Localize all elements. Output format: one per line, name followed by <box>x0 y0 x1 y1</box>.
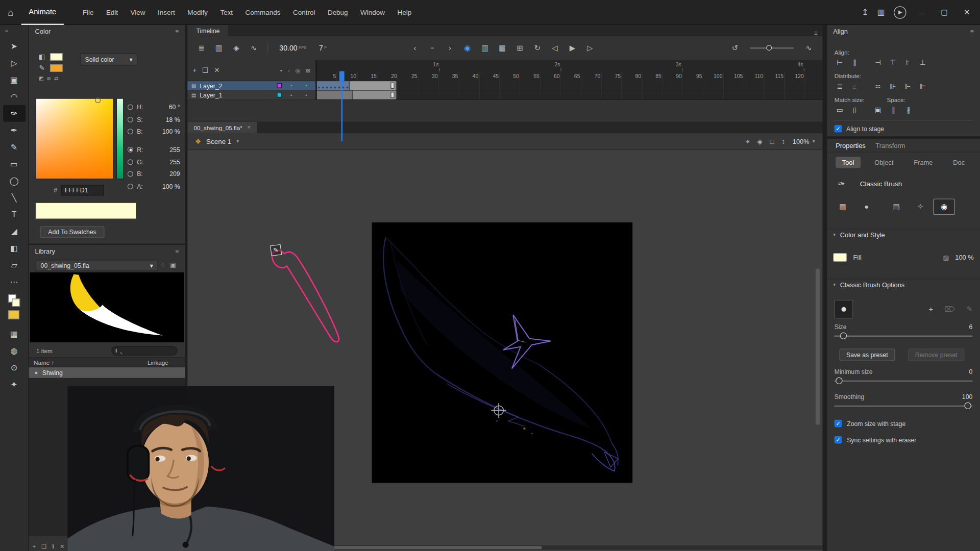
properties-subtab[interactable]: Tool <box>836 157 860 168</box>
timeline-zoom-slider[interactable] <box>750 47 794 48</box>
object-drawing-icon[interactable]: ● <box>855 198 877 215</box>
menu-item[interactable]: Commands <box>239 0 286 24</box>
asset-warp-tool[interactable]: ▦ <box>3 325 26 342</box>
smoothing-slider-thumb[interactable] <box>964 403 971 409</box>
keyframe-block[interactable] <box>317 91 353 99</box>
dot-column-icon[interactable]: • <box>280 67 282 73</box>
home-icon[interactable]: ⌂ <box>0 7 21 17</box>
stage-scrollbar-thumb[interactable] <box>315 546 542 549</box>
minimize-button[interactable]: — <box>915 8 929 16</box>
pin-icon[interactable]: ◌ <box>161 261 165 268</box>
graph-editor-icon[interactable]: ∿ <box>246 41 261 55</box>
brush-library-icon[interactable]: ▤ <box>886 198 908 215</box>
rotate-view-icon[interactable]: ◈ <box>757 138 762 144</box>
show-hide-column-icon[interactable]: ◎ <box>296 67 301 73</box>
zoom-size-checkbox-row[interactable]: ✓ Zoom size with stage <box>835 420 906 428</box>
properties-tab[interactable]: Transform <box>875 141 905 149</box>
frame-ruler[interactable]: 5101520253035404550556065707580859095100… <box>317 71 824 82</box>
test-movie-icon[interactable]: ▶ <box>894 6 906 18</box>
checkbox-checked-icon[interactable]: ✓ <box>835 420 842 428</box>
align-center-h-icon[interactable]: ∥ <box>848 58 862 68</box>
oval-tool[interactable]: ◯ <box>3 172 26 189</box>
radio-icon[interactable] <box>128 129 133 135</box>
fluid-brush-tool[interactable]: ◍ <box>3 342 26 359</box>
brush-options-section-header[interactable]: ▾ Classic Brush Options <box>827 279 980 290</box>
column-linkage[interactable]: Linkage <box>148 359 168 365</box>
frame-value[interactable]: 7 <box>319 44 323 52</box>
color-style-section-header[interactable]: ▾ Color and Style <box>827 229 980 240</box>
layer-name-cell[interactable]: ▤ Layer_1 • • <box>187 91 315 100</box>
dist-right-icon[interactable]: ⊫ <box>916 81 929 92</box>
new-symbol-icon[interactable]: + <box>33 543 36 549</box>
color-slider-row[interactable]: B: 209 <box>128 168 180 180</box>
step-back-icon[interactable]: ‹ <box>407 41 423 55</box>
layer-color-chip[interactable] <box>277 83 282 88</box>
slider-value[interactable]: 255 <box>169 146 180 153</box>
frame-span[interactable] <box>350 81 397 90</box>
dist-top-icon[interactable]: ≣ <box>833 81 846 92</box>
color-slider-row[interactable]: H: 60 ° <box>128 101 180 113</box>
align-left-icon[interactable]: ⊢ <box>833 58 846 68</box>
minimum-size-value[interactable]: 0 <box>969 368 972 375</box>
layer-frames-track[interactable] <box>315 81 822 90</box>
size-slider-thumb[interactable] <box>840 332 847 339</box>
more-tools[interactable]: ⋯ <box>3 273 26 290</box>
library-search-input[interactable] <box>119 347 192 354</box>
layer-row[interactable]: ▤ Layer_1 • • <box>187 91 822 100</box>
line-tool[interactable]: ╲ <box>3 189 26 206</box>
layer-panel-icon[interactable]: ≣ <box>194 41 209 55</box>
new-library-panel-icon[interactable]: ▣ <box>170 261 176 268</box>
saturation-brightness-picker[interactable] <box>36 98 114 179</box>
radio-icon[interactable] <box>128 171 133 177</box>
brush-mode-icon[interactable]: ▦ <box>832 198 854 215</box>
zoom-slider-knob[interactable] <box>766 45 772 51</box>
edit-multiple-frames-icon[interactable]: ⊞ <box>512 41 528 55</box>
color-slider-row[interactable]: A: 100 % <box>128 180 180 192</box>
match-both-icon[interactable]: ▣ <box>871 105 885 116</box>
add-preset-icon[interactable]: + <box>929 305 934 314</box>
slider-value[interactable]: 100 % <box>162 129 180 135</box>
new-layer-icon[interactable]: + <box>192 67 197 73</box>
reset-zoom-icon[interactable]: ↺ <box>727 41 742 55</box>
panel-menu-icon[interactable]: ≡ <box>175 248 179 255</box>
menu-item[interactable]: Control <box>287 0 322 24</box>
pressure-icon[interactable]: ✧ <box>910 198 932 215</box>
size-slider[interactable] <box>835 332 973 340</box>
checkbox-checked-icon[interactable]: ✓ <box>835 436 842 444</box>
menu-item[interactable]: Debug <box>322 0 354 24</box>
layer-color-chip[interactable] <box>277 92 282 97</box>
document-tab[interactable]: 00_shwing_05.fla* × <box>187 122 257 133</box>
library-document-dropdown[interactable]: 00_shwing_05.fla ▾ <box>36 260 158 271</box>
color-slider-row[interactable]: R: 255 <box>128 143 180 156</box>
item-properties-icon[interactable]: ℹ <box>52 543 54 549</box>
radio-icon[interactable] <box>128 184 133 189</box>
align-middle-icon[interactable]: ⊧ <box>901 58 915 68</box>
paint-bucket-tool[interactable]: ◧ <box>3 240 26 257</box>
fill-alpha-value[interactable]: 100 % <box>955 254 973 261</box>
checkbox-checked-icon[interactable]: ✓ <box>835 125 842 133</box>
text-tool[interactable]: T <box>3 206 26 223</box>
subselection-tool[interactable]: ▷ <box>3 55 26 71</box>
menu-item[interactable]: View <box>124 0 151 24</box>
step-forward-icon[interactable]: › <box>442 41 458 55</box>
fill-color-swatch[interactable] <box>833 253 847 262</box>
slider-value[interactable]: 60 ° <box>169 104 180 111</box>
layer-frames-track[interactable] <box>315 91 822 100</box>
resize-view-icon[interactable]: ∿ <box>801 41 816 55</box>
center-playhead-icon[interactable]: ↻ <box>529 41 546 55</box>
panel-menu-icon[interactable]: ≡ <box>970 28 974 34</box>
layer-name[interactable]: Layer_2 <box>200 82 222 89</box>
maximize-button[interactable]: ▢ <box>938 8 951 16</box>
paint-bucket-icon[interactable]: ◧ <box>37 53 46 61</box>
stroke-color-well[interactable] <box>50 64 62 72</box>
wand-tool[interactable]: ✦ <box>3 376 26 393</box>
timeline-tab[interactable]: Timeline <box>187 25 228 36</box>
layer-visibility-dot[interactable]: • <box>286 92 297 98</box>
radio-icon[interactable] <box>128 105 133 110</box>
fill-swatch-outline[interactable] <box>12 298 20 307</box>
outline-column-icon[interactable]: ▫ <box>288 67 290 73</box>
scene-icon[interactable]: ❖ <box>195 137 201 145</box>
close-tab-icon[interactable]: × <box>247 124 250 131</box>
canvas[interactable] <box>372 222 633 483</box>
library-search[interactable] <box>111 346 178 355</box>
